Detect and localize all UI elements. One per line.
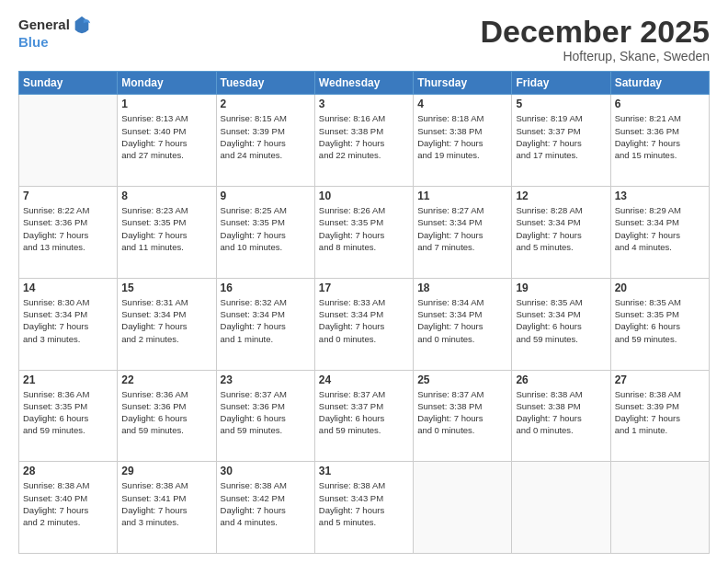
table-row: 17Sunrise: 8:33 AMSunset: 3:34 PMDayligh…: [314, 278, 413, 370]
table-row: 21Sunrise: 8:36 AMSunset: 3:35 PMDayligh…: [19, 370, 118, 462]
day-info: Sunrise: 8:34 AMSunset: 3:34 PMDaylight:…: [417, 296, 507, 345]
day-info: Sunrise: 8:15 AMSunset: 3:39 PMDaylight:…: [221, 112, 311, 161]
table-row: 20Sunrise: 8:35 AMSunset: 3:35 PMDayligh…: [610, 278, 709, 370]
table-row: 9Sunrise: 8:25 AMSunset: 3:35 PMDaylight…: [216, 187, 314, 279]
day-number: 21: [23, 373, 113, 386]
table-row: 24Sunrise: 8:37 AMSunset: 3:37 PMDayligh…: [314, 370, 413, 462]
day-info: Sunrise: 8:28 AMSunset: 3:34 PMDaylight:…: [516, 204, 606, 253]
table-row: 19Sunrise: 8:35 AMSunset: 3:34 PMDayligh…: [512, 278, 610, 370]
day-number: 24: [319, 373, 409, 386]
day-number: 14: [23, 282, 113, 294]
table-row: 8Sunrise: 8:23 AMSunset: 3:35 PMDaylight…: [118, 187, 216, 279]
day-info: Sunrise: 8:21 AMSunset: 3:36 PMDaylight:…: [615, 112, 705, 161]
day-number: 30: [221, 465, 311, 477]
table-row: 5Sunrise: 8:19 AMSunset: 3:37 PMDaylight…: [512, 95, 610, 187]
day-number: 28: [23, 465, 113, 477]
day-number: 5: [516, 98, 606, 110]
table-row: 2Sunrise: 8:15 AMSunset: 3:39 PMDaylight…: [216, 95, 314, 187]
table-row: 12Sunrise: 8:28 AMSunset: 3:34 PMDayligh…: [512, 187, 610, 279]
day-number: 19: [516, 282, 606, 294]
day-number: 27: [615, 373, 705, 386]
header: General Blue December 2025 Hofterup, Ska…: [18, 15, 710, 63]
day-number: 10: [319, 190, 409, 202]
calendar-row-1: 7Sunrise: 8:22 AMSunset: 3:36 PMDaylight…: [19, 187, 710, 279]
day-info: Sunrise: 8:37 AMSunset: 3:36 PMDaylight:…: [221, 388, 311, 437]
location-subtitle: Hofterup, Skane, Sweden: [480, 49, 710, 63]
table-row: 26Sunrise: 8:38 AMSunset: 3:38 PMDayligh…: [512, 370, 610, 462]
table-row: 28Sunrise: 8:38 AMSunset: 3:40 PMDayligh…: [19, 462, 118, 554]
day-info: Sunrise: 8:13 AMSunset: 3:40 PMDaylight:…: [121, 112, 211, 161]
header-wednesday: Wednesday: [314, 72, 413, 95]
table-row: 18Sunrise: 8:34 AMSunset: 3:34 PMDayligh…: [414, 278, 512, 370]
table-row: 22Sunrise: 8:36 AMSunset: 3:36 PMDayligh…: [118, 370, 216, 462]
day-number: 31: [319, 465, 409, 477]
table-row: 25Sunrise: 8:37 AMSunset: 3:38 PMDayligh…: [414, 370, 512, 462]
header-sunday: Sunday: [19, 72, 118, 95]
header-tuesday: Tuesday: [216, 72, 314, 95]
table-row: [610, 462, 709, 554]
table-row: 7Sunrise: 8:22 AMSunset: 3:36 PMDaylight…: [19, 187, 118, 279]
day-number: 3: [319, 98, 409, 110]
day-info: Sunrise: 8:18 AMSunset: 3:38 PMDaylight:…: [417, 112, 507, 161]
day-info: Sunrise: 8:16 AMSunset: 3:38 PMDaylight:…: [319, 112, 409, 161]
day-info: Sunrise: 8:37 AMSunset: 3:38 PMDaylight:…: [417, 388, 507, 437]
day-info: Sunrise: 8:25 AMSunset: 3:35 PMDaylight:…: [221, 204, 311, 253]
day-info: Sunrise: 8:38 AMSunset: 3:42 PMDaylight:…: [221, 479, 311, 528]
day-number: 6: [615, 98, 705, 110]
day-number: 11: [417, 190, 507, 202]
table-row: [414, 462, 512, 554]
table-row: 14Sunrise: 8:30 AMSunset: 3:34 PMDayligh…: [19, 278, 118, 370]
calendar-row-4: 28Sunrise: 8:38 AMSunset: 3:40 PMDayligh…: [19, 462, 710, 554]
day-number: 12: [516, 190, 606, 202]
logo-blue: Blue: [18, 35, 92, 51]
day-number: 29: [121, 465, 211, 477]
day-number: 15: [121, 282, 211, 294]
day-info: Sunrise: 8:38 AMSunset: 3:41 PMDaylight:…: [121, 479, 211, 528]
header-monday: Monday: [118, 72, 216, 95]
table-row: 31Sunrise: 8:38 AMSunset: 3:43 PMDayligh…: [314, 462, 413, 554]
table-row: 11Sunrise: 8:27 AMSunset: 3:34 PMDayligh…: [414, 187, 512, 279]
day-info: Sunrise: 8:22 AMSunset: 3:36 PMDaylight:…: [23, 204, 113, 253]
day-info: Sunrise: 8:33 AMSunset: 3:34 PMDaylight:…: [319, 296, 409, 345]
day-info: Sunrise: 8:38 AMSunset: 3:43 PMDaylight:…: [319, 479, 409, 528]
table-row: 29Sunrise: 8:38 AMSunset: 3:41 PMDayligh…: [118, 462, 216, 554]
table-row: 13Sunrise: 8:29 AMSunset: 3:34 PMDayligh…: [610, 187, 709, 279]
table-row: 23Sunrise: 8:37 AMSunset: 3:36 PMDayligh…: [216, 370, 314, 462]
day-info: Sunrise: 8:38 AMSunset: 3:38 PMDaylight:…: [516, 388, 606, 437]
day-info: Sunrise: 8:38 AMSunset: 3:39 PMDaylight:…: [615, 388, 705, 437]
table-row: 4Sunrise: 8:18 AMSunset: 3:38 PMDaylight…: [414, 95, 512, 187]
table-row: [512, 462, 610, 554]
day-info: Sunrise: 8:36 AMSunset: 3:36 PMDaylight:…: [121, 388, 211, 437]
weekday-header-row: Sunday Monday Tuesday Wednesday Thursday…: [19, 72, 710, 95]
calendar-row-3: 21Sunrise: 8:36 AMSunset: 3:35 PMDayligh…: [19, 370, 710, 462]
day-info: Sunrise: 8:30 AMSunset: 3:34 PMDaylight:…: [23, 296, 113, 345]
calendar-row-0: 1Sunrise: 8:13 AMSunset: 3:40 PMDaylight…: [19, 95, 710, 187]
day-info: Sunrise: 8:29 AMSunset: 3:34 PMDaylight:…: [615, 204, 705, 253]
table-row: 27Sunrise: 8:38 AMSunset: 3:39 PMDayligh…: [610, 370, 709, 462]
day-info: Sunrise: 8:27 AMSunset: 3:34 PMDaylight:…: [417, 204, 507, 253]
table-row: 30Sunrise: 8:38 AMSunset: 3:42 PMDayligh…: [216, 462, 314, 554]
day-number: 13: [615, 190, 705, 202]
day-info: Sunrise: 8:37 AMSunset: 3:37 PMDaylight:…: [319, 388, 409, 437]
table-row: 6Sunrise: 8:21 AMSunset: 3:36 PMDaylight…: [610, 95, 709, 187]
table-row: 10Sunrise: 8:26 AMSunset: 3:35 PMDayligh…: [314, 187, 413, 279]
day-number: 1: [121, 98, 211, 110]
header-saturday: Saturday: [610, 72, 709, 95]
day-info: Sunrise: 8:23 AMSunset: 3:35 PMDaylight:…: [121, 204, 211, 253]
logo-icon: [72, 15, 92, 35]
day-number: 22: [121, 373, 211, 386]
table-row: 15Sunrise: 8:31 AMSunset: 3:34 PMDayligh…: [118, 278, 216, 370]
day-number: 16: [221, 282, 311, 294]
day-number: 8: [121, 190, 211, 202]
day-info: Sunrise: 8:38 AMSunset: 3:40 PMDaylight:…: [23, 479, 113, 528]
month-title: December 2025: [480, 15, 710, 49]
calendar-table: Sunday Monday Tuesday Wednesday Thursday…: [18, 71, 710, 554]
title-area: December 2025 Hofterup, Skane, Sweden: [480, 15, 710, 63]
day-info: Sunrise: 8:35 AMSunset: 3:34 PMDaylight:…: [516, 296, 606, 345]
day-number: 17: [319, 282, 409, 294]
day-number: 9: [221, 190, 311, 202]
day-info: Sunrise: 8:32 AMSunset: 3:34 PMDaylight:…: [221, 296, 311, 345]
day-number: 4: [417, 98, 507, 110]
calendar-row-2: 14Sunrise: 8:30 AMSunset: 3:34 PMDayligh…: [19, 278, 710, 370]
day-number: 25: [417, 373, 507, 386]
